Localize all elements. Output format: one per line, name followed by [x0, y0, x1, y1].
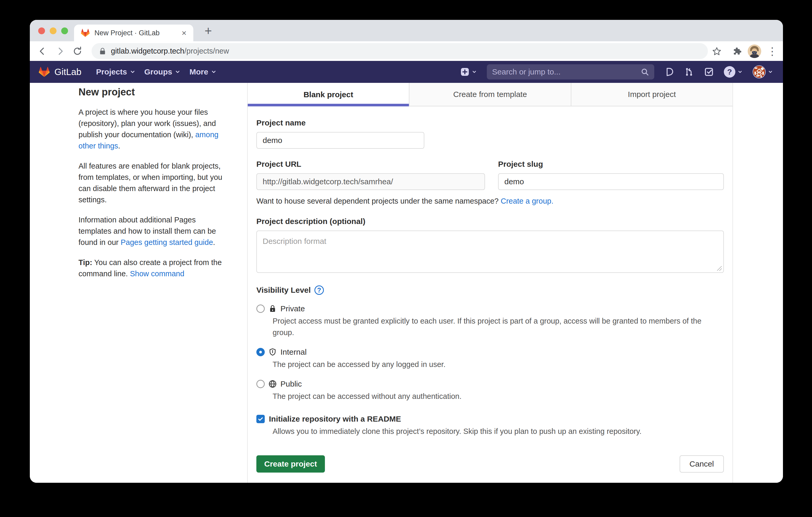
visibility-help-icon[interactable]: ?: [314, 285, 324, 295]
extensions-puzzle-icon[interactable]: [730, 44, 744, 58]
visibility-option-internal: Internal The project can be accessed by …: [256, 347, 724, 370]
readme-checkbox[interactable]: [256, 415, 265, 423]
pages-guide-link[interactable]: Pages getting started guide: [121, 238, 213, 246]
url-domain: gitlab.widgetcorp.tech: [111, 47, 184, 55]
lock-icon: [268, 304, 277, 313]
project-type-tabs: Blank project Create from template Impor…: [248, 83, 732, 107]
browser-titlebar: New Project · GitLab × +: [30, 20, 783, 41]
maximize-window-button[interactable]: [61, 27, 68, 34]
chevron-down-icon: [175, 69, 180, 75]
browser-menu-icon[interactable]: ⋮: [765, 44, 779, 58]
visibility-option-public: Public The project can be accessed witho…: [256, 379, 724, 402]
bookmark-star-icon[interactable]: [710, 44, 724, 58]
nav-more[interactable]: More: [190, 67, 216, 76]
tab-import-project[interactable]: Import project: [571, 83, 732, 107]
create-group-link[interactable]: Create a group.: [501, 197, 554, 205]
browser-toolbar: gitlab.widgetcorp.tech/projects/new: [30, 41, 783, 61]
project-name-label: Project name: [256, 118, 724, 127]
sidebar-paragraph: All features are enabled for blank proje…: [79, 160, 227, 206]
public-option-label[interactable]: Public: [281, 379, 302, 388]
project-name-input[interactable]: demo: [256, 132, 424, 149]
show-command-link[interactable]: Show command: [130, 270, 184, 278]
gitlab-wordmark[interactable]: GitLab: [54, 67, 81, 77]
nav-groups[interactable]: Groups: [144, 67, 181, 76]
gitlab-navbar: GitLab Projects Groups More Search or ju…: [30, 61, 783, 83]
cancel-button[interactable]: Cancel: [679, 455, 724, 473]
reload-icon[interactable]: [71, 45, 84, 58]
minimize-window-button[interactable]: [50, 27, 57, 34]
search-icon: [641, 68, 649, 76]
merge-requests-icon[interactable]: [684, 67, 694, 77]
project-slug-label: Project slug: [498, 160, 724, 169]
globe-icon: [268, 380, 277, 388]
internal-radio[interactable]: [256, 348, 265, 356]
project-description-label: Project description (optional): [256, 217, 724, 226]
todos-icon[interactable]: [704, 67, 714, 77]
private-option-description: Project access must be granted explicitl…: [272, 315, 724, 338]
address-bar[interactable]: gitlab.widgetcorp.tech/projects/new: [92, 43, 708, 59]
readme-label[interactable]: Initialize repository with a README: [269, 415, 401, 423]
project-url-label: Project URL: [256, 160, 485, 169]
user-menu[interactable]: [753, 65, 773, 79]
tab-create-from-template[interactable]: Create from template: [409, 83, 571, 107]
browser-profile-avatar[interactable]: [748, 44, 761, 58]
blank-project-form: Project name demo Project URL http://git…: [248, 107, 732, 483]
tab-close-icon[interactable]: ×: [181, 29, 186, 37]
readme-section: Initialize repository with a README Allo…: [256, 415, 724, 437]
issues-icon[interactable]: [664, 67, 674, 77]
chevron-down-icon: [211, 69, 216, 75]
new-tab-button[interactable]: +: [205, 24, 212, 38]
help-icon: ?: [724, 66, 735, 78]
visibility-level-label: Visibility Level: [256, 286, 311, 295]
page-content: New project A project is where you house…: [30, 83, 783, 483]
gitlab-logo-icon[interactable]: [39, 66, 50, 78]
private-radio[interactable]: [256, 304, 265, 313]
new-project-panel: Blank project Create from template Impor…: [247, 83, 733, 483]
chevron-down-icon: [472, 69, 477, 74]
resize-handle-icon[interactable]: [717, 266, 722, 271]
url-path: /projects/new: [184, 47, 229, 55]
back-icon[interactable]: [36, 45, 49, 58]
new-item-dropdown[interactable]: [460, 67, 477, 77]
readme-description: Allows you to immediately clone this pro…: [272, 426, 724, 437]
close-window-button[interactable]: [38, 27, 45, 34]
search-input[interactable]: Search or jump to...: [487, 64, 654, 80]
namespace-hint: Want to house several dependent projects…: [256, 197, 724, 206]
chevron-down-icon: [768, 69, 773, 74]
plus-square-icon: [460, 67, 470, 77]
internal-option-label[interactable]: Internal: [281, 347, 307, 357]
chevron-down-icon: [130, 69, 136, 75]
lock-icon: [99, 48, 106, 55]
shield-icon: [268, 348, 277, 356]
tab-title: New Project · GitLab: [94, 29, 177, 37]
project-description-textarea[interactable]: Description format: [256, 231, 724, 273]
sidebar-tip: Tip: You can also create a project from …: [79, 257, 227, 279]
search-placeholder: Search or jump to...: [492, 67, 641, 76]
help-menu[interactable]: ?: [724, 66, 743, 78]
browser-tab[interactable]: New Project · GitLab ×: [74, 25, 193, 41]
visibility-option-private: Private Project access must be granted e…: [256, 304, 724, 338]
page-title: New project: [79, 87, 227, 98]
project-url-input[interactable]: http://gitlab.widgetcorp.tech/samrhea/: [256, 173, 485, 190]
internal-option-description: The project can be accessed by any logge…: [272, 359, 724, 370]
description-placeholder: Description format: [263, 237, 326, 245]
tab-blank-project[interactable]: Blank project: [248, 83, 409, 107]
public-radio[interactable]: [256, 380, 265, 388]
nav-projects[interactable]: Projects: [96, 67, 135, 76]
gitlab-favicon-icon: [81, 29, 90, 37]
create-project-button[interactable]: Create project: [256, 455, 325, 473]
sidebar-paragraph: Information about additional Pages templ…: [79, 214, 227, 248]
project-slug-input[interactable]: demo: [498, 173, 724, 190]
sidebar-paragraph: A project is where you house your files …: [79, 107, 227, 152]
user-avatar: [753, 65, 766, 79]
forward-icon[interactable]: [54, 45, 66, 58]
help-sidebar: New project A project is where you house…: [79, 87, 227, 288]
browser-window: New Project · GitLab × + gitlab.widgetco…: [30, 20, 783, 483]
chevron-down-icon: [737, 69, 743, 74]
private-option-label[interactable]: Private: [281, 304, 305, 313]
public-option-description: The project can be accessed without any …: [272, 391, 724, 402]
